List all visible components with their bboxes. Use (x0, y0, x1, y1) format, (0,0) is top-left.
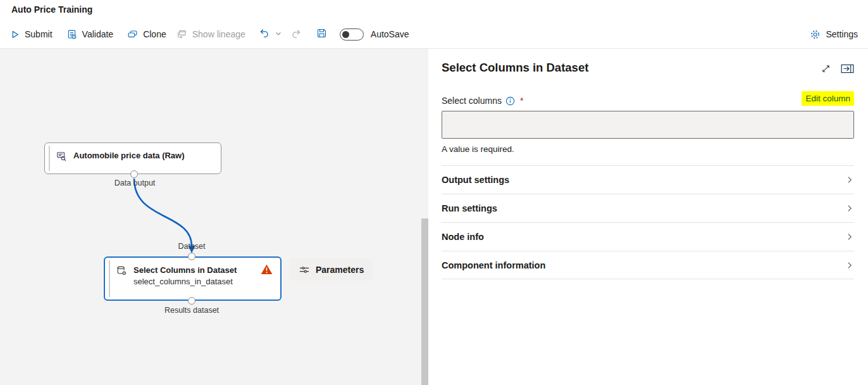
toolbar: Submit Validate Clone Show lineage (10, 24, 858, 44)
settings-button[interactable]: Settings (810, 29, 858, 40)
chevron-right-icon (845, 261, 854, 270)
app-header: Auto Price Training Submit Validate Clon… (0, 0, 868, 49)
undo-button[interactable] (258, 28, 270, 41)
main-area: Automobile price data (Raw) Data output … (0, 49, 868, 385)
section-node-info[interactable]: Node info (442, 222, 854, 251)
section-run-settings[interactable]: Run settings (442, 194, 854, 222)
select-input-port-label: Dataset (178, 242, 205, 251)
select-columns-node[interactable]: Select Columns in Dataset select_columns… (104, 256, 282, 301)
select-node-subtitle: select_columns_in_dataset (133, 277, 237, 286)
toggle-knob (342, 31, 349, 38)
canvas-vertical-scrollbar[interactable] (421, 218, 428, 385)
node-accent-bar (49, 146, 50, 171)
clone-label: Clone (143, 29, 166, 39)
save-icon (316, 28, 327, 41)
parameters-label: Parameters (316, 265, 364, 275)
select-input-port[interactable] (188, 253, 195, 260)
chevron-right-icon (845, 232, 854, 241)
lineage-icon (177, 29, 187, 40)
parameters-button[interactable]: Parameters (290, 258, 373, 281)
dataset-output-port[interactable] (130, 170, 138, 178)
settings-label: Settings (826, 29, 858, 39)
dataset-node-title: Automobile price data (Raw) (73, 150, 185, 161)
select-output-port[interactable] (188, 297, 195, 305)
database-gear-icon (116, 265, 127, 277)
edit-column-link[interactable]: Edit column (802, 91, 854, 106)
pipeline-canvas[interactable]: Automobile price data (Raw) Data output … (0, 49, 428, 385)
collapse-panel-icon[interactable] (841, 64, 854, 73)
properties-panel: Select Columns in Dataset Select columns… (428, 49, 868, 385)
dataset-output-port-label: Data output (115, 179, 156, 187)
section-output-settings[interactable]: Output settings (442, 165, 854, 194)
select-columns-input[interactable] (442, 111, 854, 139)
chevron-right-icon (845, 204, 854, 213)
sliders-icon (299, 265, 310, 275)
redo-button[interactable] (291, 28, 302, 40)
panel-title: Select Columns in Dataset (442, 61, 588, 75)
section-component-information[interactable]: Component information (442, 251, 854, 279)
gear-icon (810, 29, 821, 40)
select-columns-label: Select columns (442, 96, 502, 106)
save-button[interactable] (316, 28, 327, 41)
page-title: Auto Price Training (11, 4, 92, 15)
info-icon[interactable] (505, 96, 515, 106)
accordion: Output settings Run settings Node info C… (442, 165, 854, 279)
select-output-port-label: Results dataset (164, 306, 219, 315)
validation-error-text: A value is required. (442, 144, 854, 154)
submit-label: Submit (25, 29, 53, 39)
validate-label: Validate (82, 29, 114, 39)
node-accent-bar (109, 260, 110, 297)
chevron-down-icon (275, 29, 282, 39)
clone-icon (127, 29, 138, 40)
undo-dropdown-button[interactable] (275, 29, 282, 39)
show-lineage-button[interactable]: Show lineage (177, 29, 245, 40)
show-lineage-label: Show lineage (192, 29, 245, 39)
play-icon (10, 30, 20, 39)
chevron-right-icon (845, 175, 854, 184)
dataset-preview-icon (56, 151, 67, 162)
submit-button[interactable]: Submit (10, 29, 53, 39)
select-node-title: Select Columns in Dataset (133, 265, 237, 275)
clone-button[interactable]: Clone (127, 29, 166, 40)
validate-button[interactable]: Validate (66, 29, 114, 40)
dataset-node[interactable]: Automobile price data (Raw) (44, 142, 221, 174)
warning-icon (261, 264, 273, 275)
autosave-label: AutoSave (371, 29, 409, 39)
redo-icon (291, 28, 302, 40)
validate-icon (66, 29, 77, 40)
connection-edge (0, 49, 428, 385)
required-marker: * (520, 96, 523, 106)
autosave-toggle[interactable] (340, 28, 364, 41)
expand-panel-icon[interactable] (821, 64, 831, 73)
undo-icon (258, 28, 270, 41)
